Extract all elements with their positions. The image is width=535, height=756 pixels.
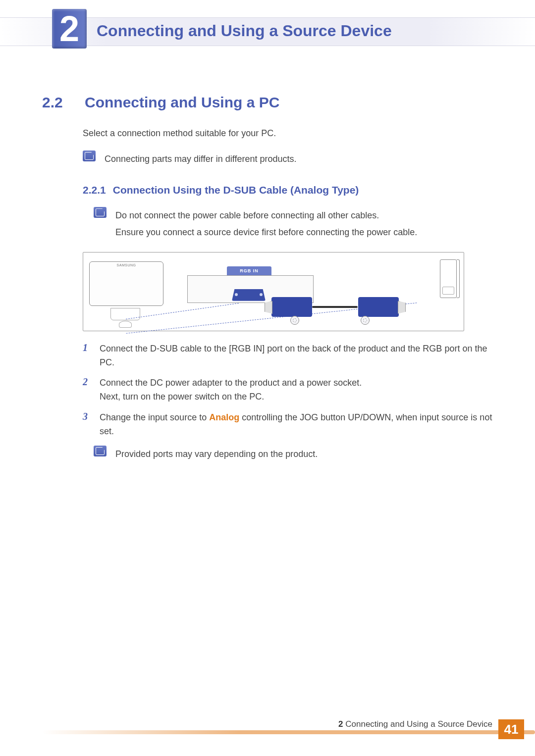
note-text: Provided ports may vary depending on the… — [115, 446, 318, 462]
section-heading: 2.2 Connecting and Using a PC — [42, 94, 493, 111]
footer-chapter-number: 2 — [338, 719, 343, 729]
step-number: 1 — [83, 342, 92, 370]
step-2: 2 Connect the DC power adapter to the pr… — [83, 376, 493, 404]
step-3: 3 Change the input source to Analog cont… — [83, 411, 493, 439]
note-icon — [94, 207, 107, 218]
screw-icon — [290, 316, 299, 325]
warn-line2: Ensure you connect a source device first… — [115, 227, 417, 237]
step-number: 3 — [83, 411, 92, 439]
chapter-number: 2 — [59, 11, 79, 47]
warn-line1: Do not connect the power cable before co… — [115, 210, 379, 220]
footer-chapter-title: Connecting and Using a Source Device — [345, 719, 492, 729]
screw-icon — [361, 316, 370, 325]
footer-accent-bar — [42, 730, 535, 734]
page-content: 2.2 Connecting and Using a PC Select a c… — [42, 94, 493, 473]
footer-chapter: 2 Connecting and Using a Source Device — [338, 719, 492, 729]
step-text: Connect the D-SUB cable to the [RGB IN] … — [100, 342, 493, 370]
section-intro: Select a connection method suitable for … — [83, 127, 493, 140]
section-number: 2.2 — [42, 94, 71, 111]
dsub-plug-left — [271, 297, 312, 317]
note-text: Do not connect the power cable before co… — [115, 207, 417, 241]
rgb-in-label: RGB IN — [227, 266, 271, 275]
step-number: 2 — [83, 376, 92, 404]
note-text: Connecting parts may differ in different… — [105, 151, 297, 167]
dsub-plug-right — [358, 297, 399, 317]
note-ports-vary: Provided ports may vary depending on the… — [94, 446, 493, 462]
monitor-back — [110, 308, 140, 320]
subsection-number: 2.2.1 — [83, 184, 106, 196]
step2-line1: Connect the DC power adapter to the prod… — [100, 378, 362, 388]
note-power-cable: Do not connect the power cable before co… — [94, 207, 493, 241]
note-differ: Connecting parts may differ in different… — [83, 151, 493, 167]
chapter-title: Connecting and Using a Source Device — [97, 22, 392, 40]
step2-line2: Next, turn on the power switch on the PC… — [100, 392, 264, 402]
connection-diagram: SAMSUNG RGB IN — [83, 252, 464, 331]
step-text: Change the input source to Analog contro… — [100, 411, 493, 439]
page-number-badge: 41 — [498, 719, 524, 739]
page-number: 41 — [504, 722, 519, 737]
analog-highlight: Analog — [209, 412, 239, 422]
chapter-badge: 2 — [52, 9, 87, 49]
monitor-stand — [119, 321, 132, 328]
pc-tower-side — [457, 259, 460, 298]
step-1: 1 Connect the D-SUB cable to the [RGB IN… — [83, 342, 493, 370]
section-title: Connecting and Using a PC — [85, 94, 279, 111]
vga-port — [232, 289, 266, 301]
cable-line — [312, 306, 358, 308]
step-text: Connect the DC power adapter to the prod… — [100, 376, 362, 404]
subsection-heading: 2.2.1 Connection Using the D-SUB Cable (… — [83, 184, 493, 196]
pc-tower — [440, 259, 457, 298]
page-footer: 2 Connecting and Using a Source Device 4… — [42, 721, 535, 741]
monitor-brand: SAMSUNG — [117, 263, 136, 267]
note-icon — [94, 446, 107, 456]
note-icon — [83, 151, 96, 161]
step3-pre: Change the input source to — [100, 412, 209, 422]
monitor-illustration: SAMSUNG — [89, 261, 163, 306]
subsection-title: Connection Using the D-SUB Cable (Analog… — [113, 184, 359, 196]
